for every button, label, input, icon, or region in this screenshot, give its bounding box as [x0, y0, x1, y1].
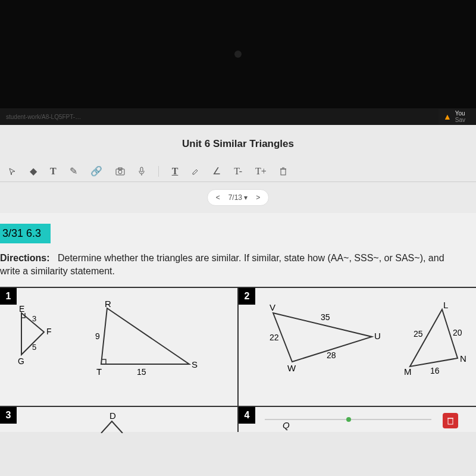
warning-text: You Sav — [455, 110, 465, 123]
page-navigator[interactable]: < 7/13 ▾ > — [207, 189, 270, 206]
svg-text:35: 35 — [321, 312, 330, 322]
url-text: student-work/A8-LQ5FPT-… — [6, 114, 81, 120]
svg-text:G: G — [18, 356, 24, 366]
problem-number: 3 — [0, 407, 17, 424]
svg-text:20: 20 — [453, 328, 462, 337]
problems-row: 1 E F G 3 5 R S T 9 15 — [0, 287, 476, 406]
text-larger[interactable]: T+ — [255, 166, 267, 177]
camera-icon[interactable] — [115, 167, 125, 176]
problems-row-2: 3 D 4 Q — [0, 406, 476, 432]
svg-text:S: S — [192, 359, 198, 369]
svg-text:5: 5 — [32, 343, 36, 352]
svg-text:F: F — [46, 327, 52, 336]
eraser-icon[interactable]: ◆ — [30, 165, 37, 177]
toolbar: ◆ T ✎ 🔗 T ∠ T- T+ — [0, 161, 476, 182]
svg-text:V: V — [270, 302, 275, 312]
problem-3: 3 D — [0, 407, 239, 432]
page-indicator[interactable]: 7/13 ▾ — [228, 193, 248, 202]
svg-text:Q: Q — [283, 420, 290, 430]
tablet-bezel: student-work/A8-LQ5FPT-… ▲ You Sav — [0, 0, 476, 125]
highlight-icon[interactable] — [191, 167, 199, 176]
separator — [158, 166, 159, 177]
problem-4: 4 Q — [239, 407, 476, 432]
mic-icon[interactable] — [138, 167, 145, 176]
camera-dot — [234, 51, 242, 58]
triangle-d-fragment: D — [95, 411, 131, 433]
link-icon[interactable]: 🔗 — [90, 165, 102, 177]
pointer-icon[interactable] — [8, 167, 17, 176]
delete-button[interactable] — [443, 413, 458, 428]
app-area: Unit 6 Similar Triangles ◆ T ✎ 🔗 T ∠ T- … — [0, 125, 476, 476]
svg-text:15: 15 — [137, 367, 146, 377]
svg-text:W: W — [287, 363, 296, 373]
problem-1: 1 E F G 3 5 R S T 9 15 — [0, 288, 239, 406]
page-title: Unit 6 Similar Triangles — [0, 125, 476, 161]
warning-banner[interactable]: ▲ You Sav — [439, 109, 470, 124]
prev-page[interactable]: < — [216, 193, 220, 202]
pen-icon[interactable]: ✎ — [70, 165, 77, 177]
svg-text:N: N — [460, 353, 466, 364]
svg-marker-11 — [101, 308, 189, 364]
worksheet: 3/31 6.3 Directions: Determine whether t… — [0, 213, 476, 432]
url-bar: student-work/A8-LQ5FPT-… ▲ You Sav — [0, 108, 476, 125]
svg-text:3: 3 — [32, 314, 36, 323]
text-smaller[interactable]: T- — [234, 166, 242, 177]
trash-icon[interactable] — [280, 167, 287, 176]
svg-text:E: E — [19, 305, 24, 314]
svg-text:U: U — [374, 331, 381, 341]
svg-rect-33 — [448, 418, 453, 424]
warning-icon: ▲ — [443, 112, 452, 121]
svg-text:R: R — [105, 300, 111, 309]
problem-2: 2 V U W 22 35 28 L M N 25 20 16 — [239, 288, 476, 406]
svg-text:9: 9 — [95, 331, 100, 341]
triangle-rst: R S T 9 15 — [83, 300, 202, 377]
problem-number: 1 — [0, 288, 17, 305]
next-page[interactable]: > — [256, 193, 260, 202]
triangle-vuw: V U W 22 35 28 — [259, 302, 384, 374]
angle-tool[interactable]: ∠ — [212, 165, 221, 177]
svg-text:M: M — [404, 367, 412, 377]
svg-text:L: L — [443, 302, 448, 310]
directions: Directions: Determine whether the triang… — [0, 243, 476, 287]
svg-text:22: 22 — [270, 333, 279, 342]
svg-rect-4 — [281, 169, 286, 175]
svg-text:D: D — [109, 411, 116, 421]
triangle-efg: E F G 3 5 — [11, 305, 61, 370]
svg-text:16: 16 — [430, 366, 440, 375]
directions-text: Determine whether the triangles are simi… — [0, 253, 444, 276]
triangle-q-fragment: Q — [274, 419, 298, 433]
svg-rect-3 — [140, 167, 143, 172]
svg-text:28: 28 — [327, 350, 336, 360]
directions-label: Directions: — [0, 253, 50, 263]
text-tool[interactable]: T — [50, 166, 57, 177]
section-label: 3/31 6.3 — [0, 224, 51, 243]
slider-thumb[interactable] — [346, 417, 351, 422]
problem-number: 4 — [239, 407, 255, 424]
underline-text-tool[interactable]: T — [172, 166, 178, 177]
triangle-lmn: L M N 25 20 16 — [396, 302, 473, 380]
problem-number: 2 — [239, 288, 255, 305]
pager-row: < 7/13 ▾ > — [0, 182, 476, 213]
svg-text:T: T — [96, 367, 102, 377]
svg-point-1 — [118, 170, 122, 174]
svg-text:25: 25 — [414, 329, 423, 339]
